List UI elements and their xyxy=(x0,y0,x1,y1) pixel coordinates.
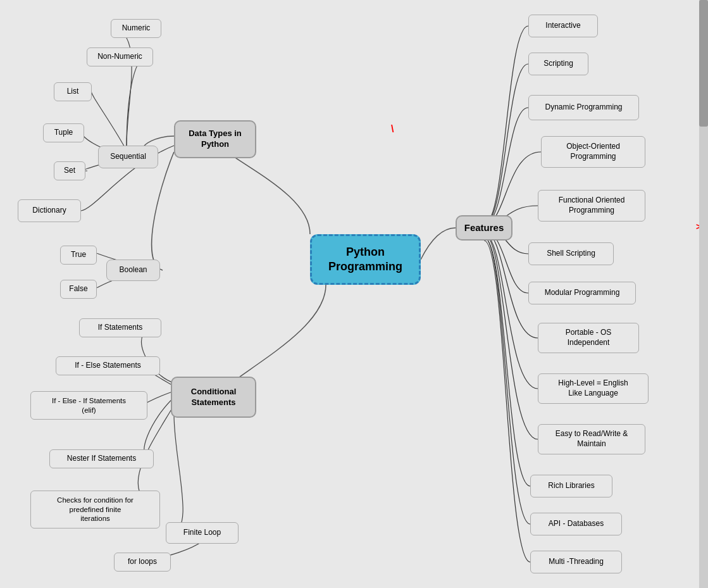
list-node[interactable]: List xyxy=(54,82,92,101)
highlevel-node[interactable]: High-Level = English Like Language xyxy=(538,373,649,404)
dynamic-node[interactable]: Dynamic Programming xyxy=(528,95,639,120)
modular-node[interactable]: Modular Programming xyxy=(528,282,636,304)
threading-node[interactable]: Multi -Threading xyxy=(530,551,622,573)
rich-lib-node[interactable]: Rich Libraries xyxy=(530,475,612,497)
false-node[interactable]: False xyxy=(60,280,97,299)
conditional-node[interactable]: ConditionalStatements xyxy=(171,377,256,418)
interactive-node[interactable]: Interactive xyxy=(528,15,598,37)
for-loops-node[interactable]: for loops xyxy=(114,553,171,572)
easy-node[interactable]: Easy to Read/Write & Maintain xyxy=(538,424,645,454)
if-stmt-node[interactable]: If Statements xyxy=(79,318,161,337)
red-mark-1: \ xyxy=(391,123,394,135)
center-node[interactable]: Python Programming xyxy=(310,234,421,285)
data-types-node[interactable]: Data Types inPython xyxy=(174,120,256,158)
portable-node[interactable]: Portable - OS Independent xyxy=(538,323,639,353)
if-elif-node[interactable]: If - Else - If Statements(elif) xyxy=(30,391,147,420)
set-node[interactable]: Set xyxy=(54,161,85,180)
tuple-node[interactable]: Tuple xyxy=(43,123,84,142)
if-else-node[interactable]: If - Else Statements xyxy=(56,356,160,375)
scrollbar[interactable] xyxy=(699,0,708,588)
scrollbar-thumb[interactable] xyxy=(699,0,708,127)
numeric-node[interactable]: Numeric xyxy=(111,19,161,38)
nester-if-node[interactable]: Nester If Statements xyxy=(49,449,154,468)
finite-loop-node[interactable]: Finite Loop xyxy=(166,522,239,544)
non-numeric-node[interactable]: Non-Numeric xyxy=(87,47,153,66)
dictionary-node[interactable]: Dictionary xyxy=(18,199,81,222)
mindmap-container: Python Programming Features Interactive … xyxy=(0,0,708,588)
api-node[interactable]: API - Databases xyxy=(530,513,622,535)
boolean-node[interactable]: Boolean xyxy=(106,260,160,281)
sequential-node[interactable]: Sequential xyxy=(98,146,158,168)
oop-node[interactable]: Object-Oriented Programming xyxy=(541,136,645,168)
checks-node[interactable]: Checks for condition forpredefined finit… xyxy=(30,491,160,529)
true-node[interactable]: True xyxy=(60,246,97,265)
shell-node[interactable]: Shell Scripting xyxy=(528,242,614,265)
functional-node[interactable]: Functional Oriented Programming xyxy=(538,190,645,222)
features-node[interactable]: Features xyxy=(456,215,512,241)
scripting-node[interactable]: Scripting xyxy=(528,53,588,75)
